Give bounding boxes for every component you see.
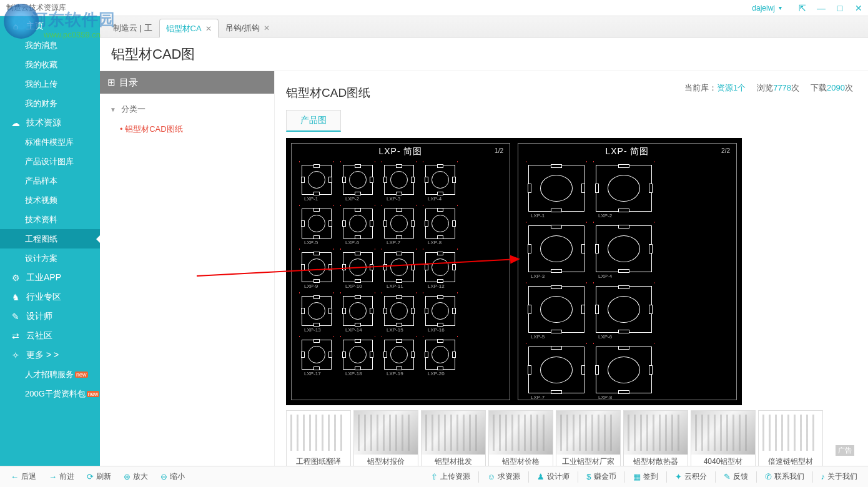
toolbar-icon: ♟	[537, 472, 545, 481]
toolbar-求资源[interactable]: ☺求资源	[481, 466, 526, 487]
catalog-title: ⊞ 目录	[100, 71, 274, 94]
toolbar-签到[interactable]: ▦签到	[628, 466, 664, 487]
bottom-toolbar: ←后退→前进⟳刷新⊕放大⊖缩小⇧上传资源☺求资源♟设计师$赚金币▦签到✦云积分✎…	[0, 466, 868, 487]
ad-badge: 广告	[836, 445, 854, 456]
toolbar-上传资源[interactable]: ⇧上传资源	[425, 466, 476, 487]
sidebar-item-行业专区[interactable]: ♞行业专区	[0, 287, 100, 307]
toolbar-刷新[interactable]: ⟳刷新	[81, 466, 117, 487]
catalog-panel: ⊞ 目录 ▼ 分类一 铝型材CAD图纸	[100, 71, 275, 466]
sidebar-sub-我的上传[interactable]: 我的上传	[0, 74, 100, 94]
cad-image[interactable]: LXP- 简图1/2LXP-1LXP-2LXP-3LXP-4LXP-5LXP-6…	[286, 138, 742, 405]
toolbar-icon: ⟳	[87, 472, 94, 481]
toolbar-赚金币[interactable]: $赚金币	[581, 466, 621, 487]
sidebar-item-技术资源[interactable]: ☁技术资源	[0, 113, 100, 132]
new-badge: new	[87, 391, 100, 397]
cad-page-2: LXP- 简图2/2LXP-1LXP-2LXP-3LXP-4LXP-5LXP-6…	[518, 143, 737, 400]
toolbar-放大[interactable]: ⊕放大	[118, 466, 154, 487]
detail-panel: 铝型材CAD图纸 产品图 LXP- 简图1/2LXP-1LXP-2LXP-3LX…	[275, 71, 868, 466]
sidebar-sub-产品样本[interactable]: 产品样本	[0, 171, 100, 190]
thumb-4040铝型材[interactable]: 4040铝型材	[691, 410, 756, 466]
thumb-工业铝型材厂家[interactable]: 工业铝型材厂家	[556, 410, 621, 466]
minimize-button[interactable]: —	[812, 3, 831, 13]
sidebar-icon: ✧	[10, 350, 21, 361]
app-root: 河东软件园 www.pc0359.cn 制造云技术资源库 dajeiwj ▾ ⇱…	[0, 0, 868, 487]
toolbar-缩小[interactable]: ⊖缩小	[155, 466, 190, 487]
sidebar-sub-我的收藏[interactable]: 我的收藏	[0, 55, 100, 74]
sidebar-sub-人才招聘服务[interactable]: 人才招聘服务new	[0, 365, 100, 384]
toolbar-icon: ⇧	[431, 472, 438, 481]
toolbar-icon: ✎	[724, 472, 731, 481]
close-button[interactable]: ✕	[849, 3, 868, 13]
toolbar-icon: ☺	[487, 472, 495, 481]
sidebar-item-更多 > >[interactable]: ✧更多 > >	[0, 345, 100, 365]
sidebar-icon: ☁	[10, 117, 21, 129]
sidebar-sub-设计方案[interactable]: 设计方案	[0, 248, 100, 268]
catalog-icon: ⊞	[107, 77, 116, 88]
sidebar-icon: ✎	[10, 311, 21, 322]
toolbar-icon: ⊖	[160, 472, 167, 481]
titlebar: 制造云技术资源库 dajeiwj ▾ ⇱ — □ ✕	[0, 0, 868, 16]
sidebar-sub-200G干货资料包[interactable]: 200G干货资料包new	[0, 384, 100, 403]
toolbar-反馈[interactable]: ✎反馈	[718, 466, 754, 487]
sidebar-icon: ♞	[10, 292, 21, 303]
body: ⌂主页我的消息我的收藏我的上传我的财务☁技术资源标准件模型库产品设计图库产品样本…	[0, 16, 868, 466]
sidebar: ⌂主页我的消息我的收藏我的上传我的财务☁技术资源标准件模型库产品设计图库产品样本…	[0, 16, 100, 466]
sidebar-icon: ⌂	[10, 21, 21, 32]
catalog-group[interactable]: ▼ 分类一	[110, 100, 264, 119]
thumb-铝型材批发[interactable]: 铝型材批发	[421, 410, 486, 466]
pin-button[interactable]: ⇱	[793, 3, 812, 13]
thumb-铝型材散热器[interactable]: 铝型材散热器	[623, 410, 688, 466]
toolbar-icon: ✦	[675, 472, 682, 481]
thumb-倍速链铝型材[interactable]: 倍速链铝型材	[758, 410, 823, 466]
thumbnail-row: 工程图纸翻译铝型材报价铝型材批发铝型材价格工业铝型材厂家铝型材散热器4040铝型…	[286, 410, 857, 466]
toolbar-关于我们[interactable]: ♪关于我们	[816, 466, 864, 487]
product-image-tab[interactable]: 产品图	[286, 110, 341, 132]
toolbar-icon: $	[586, 472, 591, 481]
thumb-铝型材价格[interactable]: 铝型材价格	[488, 410, 553, 466]
toolbar-icon: ⊕	[124, 472, 131, 481]
maximize-button[interactable]: □	[831, 3, 849, 13]
sidebar-icon: ⇄	[10, 330, 21, 342]
toolbar-联系我们[interactable]: ✆联系我们	[759, 466, 810, 487]
toolbar-icon: ✆	[765, 472, 772, 481]
toolbar-云积分[interactable]: ✦云积分	[669, 466, 713, 487]
tab-吊钩/抓钩[interactable]: 吊钩/抓钩✕	[219, 18, 277, 37]
sidebar-sub-工程图纸[interactable]: 工程图纸	[0, 229, 100, 248]
toolbar-icon: ←	[11, 472, 19, 481]
content-wrap: 制造云 | 工铝型材CA✕吊钩/抓钩✕ 铝型材CAD图 当前库：资源1个 浏览7…	[100, 16, 868, 466]
thumb-工程图纸翻译[interactable]: 工程图纸翻译	[286, 410, 351, 466]
sidebar-sub-技术资料[interactable]: 技术资料	[0, 210, 100, 229]
catalog-body: ▼ 分类一 铝型材CAD图纸	[100, 94, 274, 146]
user-dropdown-icon[interactable]: ▾	[779, 4, 793, 11]
catalog-item-active[interactable]: 铝型材CAD图纸	[110, 119, 264, 140]
sidebar-sub-我的消息[interactable]: 我的消息	[0, 36, 100, 55]
tab-close-icon[interactable]: ✕	[205, 24, 212, 33]
sidebar-item-云社区[interactable]: ⇄云社区	[0, 326, 100, 345]
toolbar-icon: ▦	[633, 472, 641, 481]
cad-page-1: LXP- 简图1/2LXP-1LXP-2LXP-3LXP-4LXP-5LXP-6…	[291, 143, 510, 400]
sidebar-item-工业APP[interactable]: ⚙工业APP	[0, 268, 100, 287]
toolbar-icon: →	[49, 472, 57, 481]
app-title: 制造云技术资源库	[0, 2, 66, 13]
new-badge: new	[75, 371, 88, 378]
sidebar-sub-技术视频[interactable]: 技术视频	[0, 190, 100, 210]
tab-close-icon[interactable]: ✕	[264, 24, 270, 32]
toolbar-设计师[interactable]: ♟设计师	[531, 466, 575, 487]
collapse-icon: ▼	[110, 106, 116, 113]
sidebar-item-设计师[interactable]: ✎设计师	[0, 307, 100, 326]
sidebar-sub-标准件模型库[interactable]: 标准件模型库	[0, 132, 100, 152]
page-title: 铝型材CAD图	[100, 37, 868, 71]
user-name[interactable]: dajeiwj	[752, 4, 779, 12]
document-title: 铝型材CAD图纸	[286, 85, 857, 101]
toolbar-前进[interactable]: →前进	[43, 466, 80, 487]
sidebar-sub-我的财务[interactable]: 我的财务	[0, 94, 100, 113]
sidebar-sub-产品设计图库[interactable]: 产品设计图库	[0, 152, 100, 171]
sidebar-item-主页[interactable]: ⌂主页	[0, 16, 100, 36]
sidebar-icon: ⚙	[10, 272, 21, 283]
tab-铝型材CA[interactable]: 铝型材CA✕	[159, 19, 219, 37]
tab-bar: 制造云 | 工铝型材CA✕吊钩/抓钩✕	[100, 16, 868, 37]
thumb-铝型材报价[interactable]: 铝型材报价	[353, 410, 418, 466]
content: ⊞ 目录 ▼ 分类一 铝型材CAD图纸 铝型材CAD图纸 产品图	[100, 71, 868, 466]
toolbar-后退[interactable]: ←后退	[5, 466, 42, 487]
tab-制造云 | 工[interactable]: 制造云 | 工	[106, 18, 159, 37]
